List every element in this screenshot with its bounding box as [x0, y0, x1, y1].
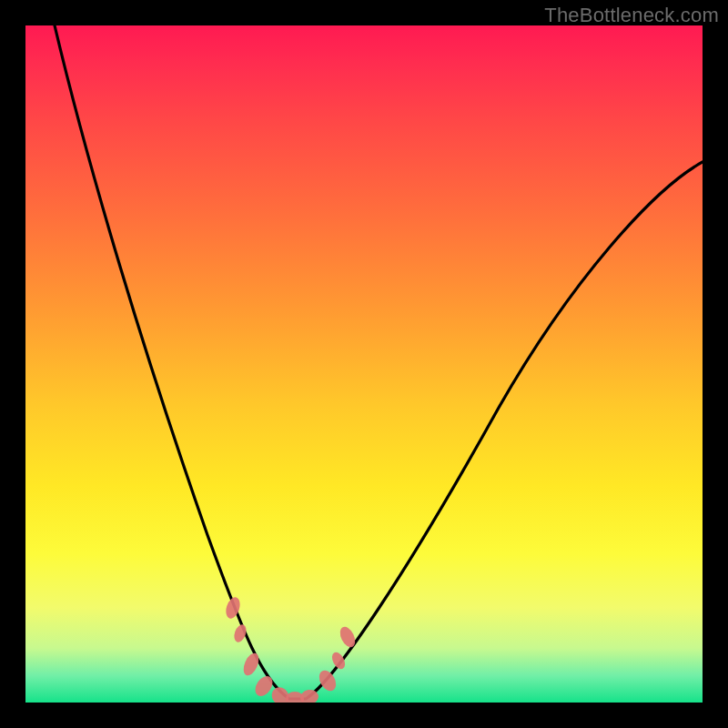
marker-dot — [329, 650, 348, 671]
bottleneck-curve-path — [55, 25, 703, 699]
marker-dot — [337, 624, 358, 650]
bottleneck-curve-svg — [25, 25, 703, 703]
marker-dot — [316, 668, 339, 694]
watermark-text: TheBottleneck.com — [544, 4, 719, 27]
marker-dot — [240, 651, 261, 677]
chart-frame: TheBottleneck.com — [0, 0, 728, 728]
gradient-plot-area — [25, 25, 703, 703]
marker-group — [224, 595, 359, 703]
